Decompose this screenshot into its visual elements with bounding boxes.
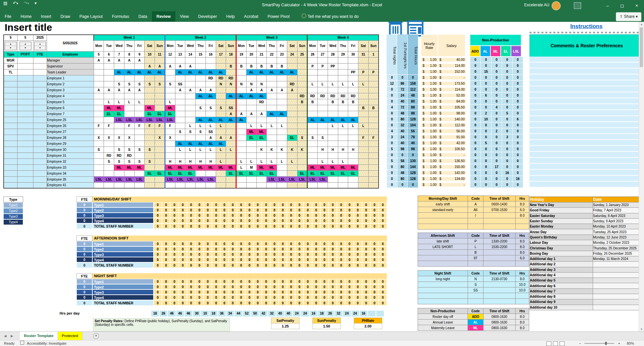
- shift-cell[interactable]: AL: [155, 69, 165, 75]
- shift-cell[interactable]: X: [94, 135, 104, 141]
- shift-cell[interactable]: LSL: [124, 176, 134, 182]
- shift-cell[interactable]: B: [236, 63, 247, 69]
- shift-cell[interactable]: [165, 87, 175, 93]
- shift-hrs[interactable]: 8.0: [516, 320, 529, 325]
- shift-hrs[interactable]: 10.0: [516, 282, 529, 287]
- shift-cell[interactable]: RD: [124, 152, 134, 158]
- shift-cell[interactable]: [358, 176, 369, 182]
- shift-cell[interactable]: [155, 141, 165, 147]
- shift-cell[interactable]: L: [277, 123, 287, 129]
- shift-cell[interactable]: ML: [226, 164, 236, 170]
- shift-name[interactable]: long night: [418, 276, 468, 282]
- shift-cell[interactable]: [104, 170, 114, 176]
- shift-cell[interactable]: H: [196, 158, 206, 164]
- shift-cell[interactable]: L: [226, 147, 236, 152]
- shift-cell[interactable]: [134, 111, 145, 117]
- fte-cell[interactable]: [33, 147, 47, 152]
- shift-cell[interactable]: [277, 57, 287, 63]
- shift-cell[interactable]: AL: [206, 93, 216, 99]
- employee-name[interactable]: Employee 29: [47, 141, 94, 147]
- shift-cell[interactable]: [307, 69, 318, 75]
- shift-cell[interactable]: [267, 93, 277, 99]
- shift-cell[interactable]: X: [124, 135, 134, 141]
- ptft-cell[interactable]: [18, 152, 33, 158]
- shift-cell[interactable]: S: [145, 147, 155, 152]
- shift-cell[interactable]: L: [358, 81, 369, 87]
- shift-cell[interactable]: [368, 141, 379, 147]
- shift-cell[interactable]: X: [165, 135, 175, 141]
- shift-cell[interactable]: L: [134, 99, 145, 105]
- holiday-date[interactable]: Sunday, 1 January 2023: [593, 202, 644, 208]
- shift-cell[interactable]: [368, 75, 379, 81]
- shift-cell[interactable]: S: [124, 158, 134, 164]
- holiday-date[interactable]: [593, 283, 644, 288]
- shift-cell[interactable]: [216, 93, 226, 99]
- comment-row[interactable]: [529, 80, 643, 86]
- shift-cell[interactable]: [124, 63, 134, 69]
- shift-cell[interactable]: AL: [196, 69, 206, 75]
- shift-cell[interactable]: RD: [256, 99, 267, 105]
- holiday-name[interactable]: Easter Monday: [530, 224, 593, 229]
- shift-cell[interactable]: [236, 129, 247, 135]
- comments-rows[interactable]: [529, 57, 643, 188]
- shift-cell[interactable]: [94, 99, 104, 105]
- shift-cell[interactable]: A: [165, 63, 175, 69]
- shift-cell[interactable]: L: [348, 123, 358, 129]
- shift-cell[interactable]: [165, 93, 175, 99]
- tell-me-box[interactable]: Tell me what you want to do: [302, 14, 359, 19]
- shift-cell[interactable]: [267, 81, 277, 87]
- comment-row[interactable]: [529, 98, 643, 104]
- shift-cell[interactable]: [358, 63, 369, 69]
- sheet-nav-left-icon[interactable]: ◀: [4, 334, 7, 338]
- shift-cell[interactable]: [185, 75, 196, 81]
- employee-type[interactable]: [4, 75, 18, 81]
- shift-cell[interactable]: [104, 69, 114, 75]
- shift-cell[interactable]: [277, 135, 287, 141]
- shift-cell[interactable]: ML: [196, 164, 206, 170]
- employee-name[interactable]: Employee 28: [47, 135, 94, 141]
- shift-cell[interactable]: [358, 147, 369, 152]
- shift-cell[interactable]: AL: [246, 69, 256, 75]
- shift-code[interactable]: 9T: [468, 255, 483, 261]
- shift-cell[interactable]: [267, 57, 277, 63]
- shift-cell[interactable]: H: [328, 147, 338, 152]
- shift-code[interactable]: S: [468, 282, 483, 287]
- shift-cell[interactable]: [185, 117, 196, 123]
- shift-cell[interactable]: RD: [338, 93, 348, 99]
- shift-cell[interactable]: [348, 75, 358, 81]
- shift-cell[interactable]: [175, 99, 185, 105]
- shift-cell[interactable]: [134, 105, 145, 111]
- shift-cell[interactable]: [338, 69, 348, 75]
- shift-cell[interactable]: [175, 57, 185, 63]
- shift-cell[interactable]: RD: [206, 75, 216, 81]
- shift-cell[interactable]: [328, 57, 338, 63]
- shift-cell[interactable]: [134, 141, 145, 147]
- shift-cell[interactable]: [368, 123, 379, 129]
- employee-name[interactable]: Employee 26: [47, 123, 94, 129]
- shift-cell[interactable]: [338, 182, 348, 188]
- employee-type[interactable]: MGR: [4, 57, 18, 63]
- shift-cell[interactable]: [328, 152, 338, 158]
- shift-cell[interactable]: A: [236, 111, 247, 117]
- add-sheet-button[interactable]: +: [93, 333, 99, 339]
- shift-cell[interactable]: S: [196, 129, 206, 135]
- shift-cell[interactable]: AL: [185, 69, 196, 75]
- shift-cell[interactable]: F: [155, 123, 165, 129]
- shift-cell[interactable]: A: [226, 111, 236, 117]
- employee-type[interactable]: [4, 158, 18, 164]
- shift-cell[interactable]: [368, 81, 379, 87]
- comment-row[interactable]: [529, 92, 643, 98]
- shift-cell[interactable]: [196, 111, 206, 117]
- fte-cell[interactable]: [33, 117, 47, 123]
- shift-cell[interactable]: EL: [267, 170, 277, 176]
- shift-cell[interactable]: S: [145, 158, 155, 164]
- employee-name[interactable]: Employee 32: [47, 158, 94, 164]
- shift-cell[interactable]: [134, 135, 145, 141]
- employee-name[interactable]: Employee 6: [47, 105, 94, 111]
- holiday-date[interactable]: [593, 288, 644, 294]
- shift-cell[interactable]: [94, 69, 104, 75]
- shift-cell[interactable]: [206, 63, 216, 69]
- shift-cell[interactable]: [94, 164, 104, 170]
- shift-name[interactable]: [418, 218, 468, 224]
- holiday-name[interactable]: Labour Day: [530, 240, 593, 245]
